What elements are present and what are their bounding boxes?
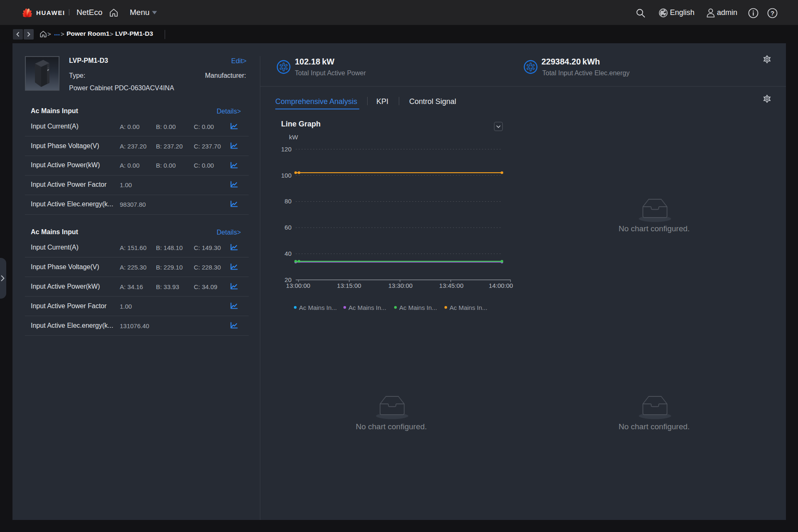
svg-text:13:00:00: 13:00:00 [286, 282, 310, 289]
svg-text:40: 40 [284, 250, 292, 257]
svg-text:80: 80 [284, 198, 292, 205]
svg-text:13:30:00: 13:30:00 [388, 282, 413, 289]
svg-text:14:00:00: 14:00:00 [489, 282, 513, 289]
svg-text:13:15:00: 13:15:00 [337, 282, 361, 289]
svg-text:60: 60 [284, 224, 292, 231]
svg-text:100: 100 [281, 172, 292, 179]
svg-text:?: ? [771, 10, 774, 17]
svg-text:120: 120 [281, 146, 292, 153]
svg-text:13:45:00: 13:45:00 [439, 282, 463, 289]
